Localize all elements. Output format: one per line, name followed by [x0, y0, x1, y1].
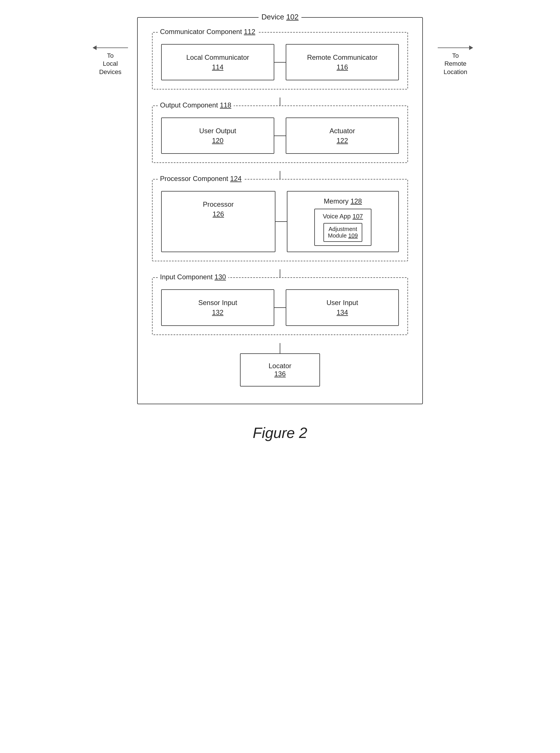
- h-connector-line-3: [276, 221, 287, 222]
- v-connector-line-3: [280, 269, 280, 277]
- local-communicator-text: Local Communicator: [186, 54, 249, 61]
- device-box: Device 102 Communicator Component 112 To…: [137, 17, 423, 404]
- output-h-connector: [274, 117, 286, 154]
- h-connector-line-4: [274, 307, 286, 308]
- communicator-num: 112: [244, 28, 255, 36]
- arrow-line: [93, 45, 128, 50]
- user-output-label: User Output 120: [167, 126, 268, 145]
- input-num: 130: [215, 273, 226, 281]
- memory-num: 128: [351, 197, 362, 205]
- diagram-wrapper: Device 102 Communicator Component 112 To…: [123, 17, 437, 404]
- processor-box: Processor 126: [161, 191, 276, 252]
- sensor-input-label: Sensor Input 132: [167, 298, 268, 317]
- user-input-text: User Input: [326, 299, 358, 307]
- voice-app-label: Voice App 107: [319, 213, 366, 220]
- v-connector-line-1: [280, 97, 280, 105]
- actuator-box: Actuator 122: [286, 117, 399, 154]
- actuator-label: Actuator 122: [292, 126, 393, 145]
- v-connector-4: [280, 343, 280, 353]
- sensor-input-box: Sensor Input 132: [161, 289, 274, 326]
- actuator-num: 122: [337, 137, 348, 144]
- input-inner-row: Sensor Input 132 User Input 134: [161, 289, 399, 326]
- voice-app-box: Voice App 107 AdjustmentModule 109: [314, 209, 372, 246]
- memory-text: Memory: [324, 197, 348, 205]
- adj-module-box: AdjustmentModule 109: [323, 223, 363, 242]
- locator-box: Locator 136: [240, 353, 320, 386]
- sensor-input-text: Sensor Input: [198, 299, 237, 307]
- user-input-box: User Input 134: [286, 289, 399, 326]
- processor-num: 124: [230, 175, 241, 182]
- user-output-num: 120: [212, 137, 223, 144]
- voice-app-text: Voice App: [323, 213, 351, 220]
- user-input-num: 134: [337, 308, 348, 316]
- sensor-input-num: 132: [212, 308, 223, 316]
- user-output-text: User Output: [199, 127, 236, 135]
- device-num: 102: [286, 13, 299, 21]
- to-remote-label: ToRemoteLocation: [443, 52, 467, 76]
- processor-component-box: Processor Component 124 Processor 126 Me…: [152, 179, 408, 261]
- communicator-label: Communicator Component 112: [158, 28, 258, 36]
- user-input-label: User Input 134: [292, 298, 393, 317]
- output-label-text: Output Component: [160, 101, 218, 109]
- remote-communicator-text: Remote Communicator: [307, 54, 378, 61]
- processor-h-connector: [276, 191, 287, 252]
- communicator-label-text: Communicator Component: [160, 28, 242, 36]
- memory-box: Memory 128 Voice App 107 AdjustmentModul…: [287, 191, 399, 252]
- processor-text: Processor: [203, 200, 234, 208]
- processor-inner-label: Processor 126: [167, 199, 269, 219]
- output-inner-row: User Output 120 Actuator 122: [161, 117, 399, 154]
- arrow-segment: [97, 47, 128, 48]
- input-label: Input Component 130: [158, 273, 228, 281]
- arrow-head-right: [469, 45, 473, 50]
- output-component-box: Output Component 118 User Output 120 Act…: [152, 105, 408, 163]
- processor-label-text: Processor Component: [160, 175, 228, 182]
- communicator-h-connector: [274, 44, 286, 80]
- processor-label: Processor Component 124: [158, 175, 244, 183]
- output-label: Output Component 118: [158, 101, 234, 109]
- user-output-box: User Output 120: [161, 117, 274, 154]
- input-h-connector: [274, 289, 286, 326]
- input-label-text: Input Component: [160, 273, 213, 281]
- memory-label: Memory 128: [292, 197, 394, 205]
- v-connector-line-4: [280, 343, 280, 353]
- local-communicator-num: 114: [212, 63, 223, 71]
- actuator-text: Actuator: [329, 127, 355, 135]
- adj-module-num: 109: [348, 232, 358, 239]
- processor-inner-row: Processor 126 Memory 128 Voice App: [161, 191, 399, 252]
- figure-caption: Figure 2: [253, 424, 307, 441]
- remote-communicator-label: Remote Communicator 116: [292, 53, 393, 72]
- to-local-devices-label: ToLocalDevices: [99, 52, 121, 76]
- to-remote-location-arrow: ToRemoteLocation: [438, 45, 473, 76]
- voice-app-num: 107: [353, 213, 363, 220]
- adj-module-label: AdjustmentModule 109: [328, 226, 358, 239]
- locator-text: Locator: [268, 362, 292, 370]
- arrow-line-right: [438, 45, 473, 50]
- locator-label: Locator 136: [258, 362, 302, 378]
- h-connector-line-2: [274, 135, 286, 136]
- to-local-devices-arrow: ToLocalDevices: [93, 45, 128, 76]
- locator-section: Locator 136: [152, 343, 408, 386]
- local-communicator-box: Local Communicator 114: [161, 44, 274, 80]
- local-communicator-label: Local Communicator 114: [167, 53, 268, 72]
- communicator-inner-row: Local Communicator 114 Remote Communicat…: [161, 44, 399, 80]
- remote-communicator-num: 116: [337, 63, 348, 71]
- processor-inner-num: 126: [213, 210, 224, 218]
- v-connector-line-2: [280, 171, 280, 179]
- h-connector-line: [274, 62, 286, 63]
- remote-communicator-box: Remote Communicator 116: [286, 44, 399, 80]
- arrow-segment-right: [438, 47, 469, 48]
- output-num: 118: [220, 101, 231, 109]
- locator-num: 136: [274, 370, 286, 378]
- communicator-component-box: Communicator Component 112 ToLocalDevice…: [152, 32, 408, 90]
- device-label-text: Device: [261, 13, 284, 21]
- input-component-box: Input Component 130 Sensor Input 132 Use…: [152, 277, 408, 335]
- arrow-head-left: [93, 45, 97, 50]
- device-label: Device 102: [259, 13, 301, 21]
